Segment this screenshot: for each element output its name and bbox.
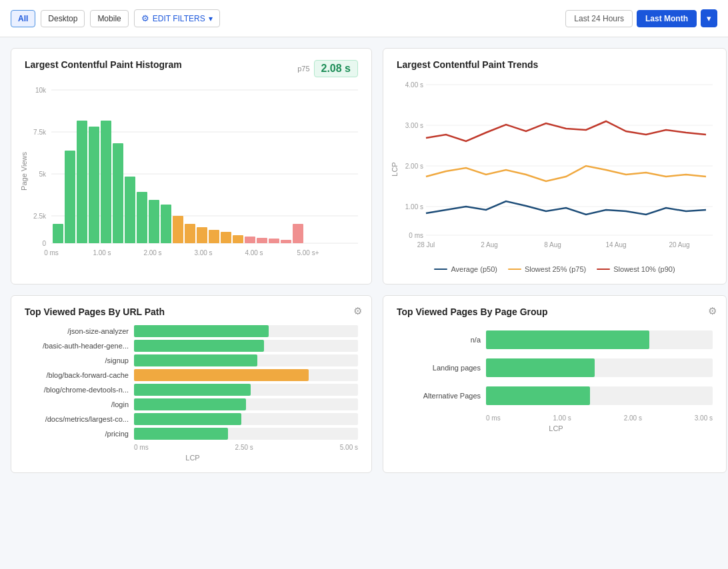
svg-text:5.00 s+: 5.00 s+ (297, 249, 319, 257)
url-label: /signup (27, 356, 134, 364)
pg-x-axis: 0 ms 1.00 s 2.00 s 3.00 s (399, 414, 713, 422)
edit-filters-button[interactable]: ⚙ EDIT FILTERS ▾ (134, 9, 220, 27)
legend-p75-label: Slowest 25% (p75) (525, 265, 586, 273)
bar-track (134, 384, 358, 396)
svg-rect-16 (125, 177, 135, 243)
bar-track (134, 398, 358, 410)
filter-desktop[interactable]: Desktop (41, 10, 85, 27)
edit-filters-label: EDIT FILTERS (153, 14, 205, 23)
svg-text:2 Aug: 2 Aug (481, 241, 498, 249)
svg-text:0: 0 (42, 240, 46, 247)
svg-text:1.00 s: 1.00 s (93, 249, 111, 257)
pg-row-2: Alternative Pages (399, 386, 713, 405)
gear-icon[interactable]: ⚙ (708, 305, 717, 317)
url-row-5: /login (27, 398, 358, 410)
bar-fill (134, 325, 269, 337)
pg-x-tick-0: 0 ms (486, 414, 501, 422)
pg-label: n/a (399, 336, 486, 344)
top-bar: All Desktop Mobile ⚙ EDIT FILTERS ▾ Last… (0, 0, 728, 37)
svg-text:1.00 s: 1.00 s (405, 203, 423, 211)
histogram-chart-container: Page Views 10k 7.5k 5k 2.5k 0 (25, 83, 358, 259)
pg-row-0: n/a (399, 330, 713, 349)
legend-p50-color (434, 269, 447, 270)
top-page-group-card: ⚙ Top Viewed Pages By Page Group n/a Lan… (383, 295, 727, 473)
svg-rect-28 (269, 239, 279, 243)
bar-fill (134, 398, 246, 410)
svg-text:20 Aug: 20 Aug (669, 241, 689, 249)
trends-legend: Average (p50) Slowest 25% (p75) Slowest … (397, 265, 713, 273)
chevron-down-icon: ▾ (209, 14, 213, 23)
svg-rect-24 (221, 232, 231, 243)
p75-label: p75 (297, 65, 309, 73)
pg-x-tick-1: 1.00 s (553, 414, 571, 422)
trends-y-label: LCP (391, 162, 399, 176)
legend-p75: Slowest 25% (p75) (508, 265, 586, 273)
svg-rect-27 (257, 238, 267, 243)
time-month-button[interactable]: Last Month (637, 10, 697, 27)
bar-track (134, 413, 358, 425)
y-axis-label: Page Views (20, 152, 28, 191)
pg-track (486, 330, 713, 349)
time-24h-button[interactable]: Last 24 Hours (565, 10, 633, 27)
svg-rect-17 (137, 192, 147, 243)
pg-label: Landing pages (399, 364, 486, 372)
bar-fill (134, 369, 309, 381)
url-x-axis: 0 ms 2.50 s 5.00 s (27, 444, 358, 451)
bar-fill (134, 354, 257, 366)
pg-fill (486, 330, 649, 349)
trends-svg: 4.00 s 3.00 s 2.00 s 1.00 s 0 ms 28 Jul (426, 78, 713, 258)
svg-text:3.00 s: 3.00 s (194, 249, 212, 257)
top-url-chart: /json-size-analyzer /basic-auth-header-g… (25, 325, 358, 462)
x-tick-2: 5.00 s (340, 444, 358, 451)
svg-rect-12 (77, 121, 87, 243)
bar-track (134, 340, 358, 352)
url-label: /json-size-analyzer (27, 327, 134, 335)
legend-p90-color (597, 269, 610, 270)
filter-mobile[interactable]: Mobile (90, 10, 128, 27)
svg-text:4.00 s: 4.00 s (245, 249, 263, 257)
pg-track (486, 358, 713, 377)
bar-track (134, 369, 358, 381)
svg-text:14 Aug: 14 Aug (605, 241, 626, 249)
legend-p90-label: Slowest 10% (p90) (613, 265, 675, 273)
url-label: /docs/metrics/largest-co... (27, 415, 134, 423)
trends-title: Largest Contentful Paint Trends (397, 59, 713, 70)
trends-chart-container: LCP 4.00 s 3.00 s 2.00 s 1.00 s 0 ms (397, 78, 713, 260)
bar-track (134, 325, 358, 337)
gear-icon[interactable]: ⚙ (353, 305, 362, 317)
url-label: /login (27, 400, 134, 408)
svg-rect-11 (65, 151, 75, 243)
legend-p50: Average (p50) (434, 265, 497, 273)
pg-fill (486, 386, 590, 405)
pg-track (486, 386, 713, 405)
url-x-axis-label: LCP (27, 454, 358, 462)
gear-icon: ⚙ (141, 13, 149, 23)
pg-x-axis-label: LCP (399, 424, 713, 432)
chevron-down-icon: ▾ (707, 13, 711, 23)
time-dropdown-button[interactable]: ▾ (701, 9, 717, 27)
pg-x-tick-2: 2.00 s (624, 414, 642, 422)
svg-rect-18 (149, 200, 159, 243)
bar-track (134, 354, 358, 366)
top-url-title: Top Viewed Pages By URL Path (25, 306, 358, 317)
bar-fill (134, 413, 241, 425)
time-filter-group: Last 24 Hours Last Month ▾ (565, 9, 717, 27)
url-label: /blog/back-forward-cache (27, 371, 134, 379)
url-label: /basic-auth-header-gene... (27, 342, 134, 350)
filter-all[interactable]: All (11, 10, 35, 27)
legend-p50-label: Average (p50) (451, 265, 497, 273)
svg-text:10k: 10k (35, 87, 47, 94)
svg-rect-29 (281, 240, 291, 243)
bar-track (134, 428, 358, 440)
svg-text:4.00 s: 4.00 s (405, 81, 423, 89)
svg-rect-19 (161, 205, 171, 243)
svg-rect-22 (197, 227, 207, 243)
pg-row-1: Landing pages (399, 358, 713, 377)
svg-rect-21 (185, 224, 195, 243)
histogram-card: Largest Contentful Paint Histogram p75 2… (11, 48, 372, 284)
pg-label: Alternative Pages (399, 392, 486, 400)
filter-group: All Desktop Mobile ⚙ EDIT FILTERS ▾ (11, 9, 220, 27)
svg-rect-13 (89, 127, 99, 243)
legend-p90: Slowest 10% (p90) (597, 265, 675, 273)
svg-text:3.00 s: 3.00 s (405, 122, 423, 129)
